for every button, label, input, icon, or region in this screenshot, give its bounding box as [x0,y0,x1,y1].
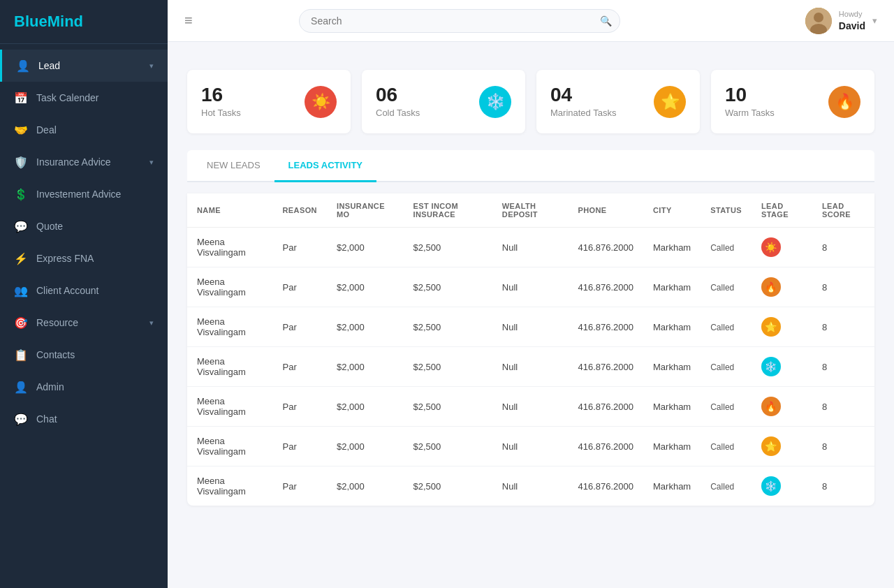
table-row[interactable]: Meena VisvalingamPar$2,000$2,500Null416.… [187,427,874,466]
sidebar-item-deal[interactable]: 🤝 Deal [0,114,168,146]
sidebar-item-lead[interactable]: 👤 Lead ▾ [0,50,168,82]
table-row[interactable]: Meena VisvalingamPar$2,000$2,500Null416.… [187,387,874,427]
user-info: Howdy David [839,9,865,31]
stat-icon-3: 🔥 [828,86,860,118]
cell-name: Meena Visvalingam [187,228,272,267]
col-header-1: REASON [272,193,326,228]
lead-label: Lead [38,60,149,71]
cell-lead-score: 8 [812,427,874,466]
sidebar-item-admin[interactable]: 👤 Admin [0,371,168,403]
stat-label-1: Cold Tasks [376,108,420,118]
cell-city: Markham [643,307,701,347]
menu-icon[interactable]: ≡ [184,13,193,29]
col-header-0: NAME [187,193,272,228]
stat-number-3: 10 [725,85,775,105]
sidebar-item-task-calender[interactable]: 📅 Task Calender [0,82,168,114]
lead-stage-badge: 🔥 [761,397,781,416]
tab-new-leads[interactable]: NEW LEADS [193,150,274,182]
cell-lead-stage: 🔥 [752,267,812,307]
sidebar-item-client-account[interactable]: 👥 Client Account [0,274,168,307]
resource-icon: 🎯 [14,316,28,330]
content-area: 16 Hot Tasks ☀️ 06 Cold Tasks ❄️ 04 Mari… [168,42,894,588]
cell-status: Called [701,427,752,466]
cell-lead-score: 8 [812,267,874,307]
table-row[interactable]: Meena VisvalingamPar$2,000$2,500Null416.… [187,228,874,267]
quote-icon: 💬 [14,219,28,233]
lead-stage-badge: ❄️ [761,476,781,496]
cell-phone: 416.876.2000 [568,228,643,267]
cell-wealth-deposit: Null [492,427,569,466]
cell-lead-score: 8 [812,307,874,347]
col-header-6: CITY [643,193,701,228]
client-account-icon: 👥 [14,284,28,297]
resource-label: Resource [36,317,149,328]
chat-icon: 💬 [14,412,28,426]
table-row[interactable]: Meena VisvalingamPar$2,000$2,500Null416.… [187,307,874,347]
sidebar-item-express-fna[interactable]: ⚡ Express FNA [0,242,168,274]
cell-reason: Par [272,427,326,466]
stat-label-2: Marinated Tasks [550,108,616,118]
leads-table: NAMEREASONINSURANCE MOEST INCOM INSURACE… [187,193,874,506]
cell-phone: 416.876.2000 [568,267,643,307]
cell-name: Meena Visvalingam [187,387,272,427]
cell-est-incom: $2,500 [403,347,492,387]
cell-insurance-mo: $2,000 [327,307,403,347]
logo-text: BlueMind [14,13,83,30]
cell-name: Meena Visvalingam [187,347,272,387]
cell-reason: Par [272,267,326,307]
cell-wealth-deposit: Null [492,307,569,347]
contacts-icon: 📋 [14,348,28,362]
sidebar-item-insurance-advice[interactable]: 🛡️ Insurance Advice ▾ [0,146,168,178]
table-row[interactable]: Meena VisvalingamPar$2,000$2,500Null416.… [187,466,874,506]
tab-leads-activity[interactable]: LEADS ACTIVITY [274,150,376,182]
status-text: Called [710,402,734,412]
tabs-section: NEW LEADSLEADS ACTIVITY NAMEREASONINSURA… [187,150,874,506]
sidebar-item-contacts[interactable]: 📋 Contacts [0,339,168,371]
cell-insurance-mo: $2,000 [327,466,403,506]
cell-city: Markham [643,466,701,506]
admin-label: Admin [36,381,154,392]
insurance-advice-icon: 🛡️ [14,155,28,169]
col-header-7: STATUS [701,193,752,228]
insurance-advice-label: Insurance Advice [36,156,149,168]
status-text: Called [710,243,734,253]
sidebar-item-quote[interactable]: 💬 Quote [0,210,168,242]
col-header-8: LEAD STAGE [752,193,812,228]
cell-reason: Par [272,347,326,387]
cell-phone: 416.876.2000 [568,387,643,427]
cell-lead-stage: ☀️ [752,228,812,267]
lead-stage-badge: ☀️ [761,237,781,257]
cell-name: Meena Visvalingam [187,267,272,307]
lead-chevron: ▾ [149,61,154,71]
sidebar-item-chat[interactable]: 💬 Chat [0,403,168,435]
cell-lead-score: 8 [812,387,874,427]
search-input[interactable] [299,9,620,33]
stat-card-1: 06 Cold Tasks ❄️ [362,70,525,133]
user-menu-chevron[interactable]: ▾ [872,15,877,26]
cell-est-incom: $2,500 [403,427,492,466]
table-row[interactable]: Meena VisvalingamPar$2,000$2,500Null416.… [187,347,874,387]
stat-number-2: 04 [550,85,616,105]
cell-insurance-mo: $2,000 [327,267,403,307]
avatar [805,8,832,34]
cell-phone: 416.876.2000 [568,466,643,506]
cell-status: Called [701,387,752,427]
cell-est-incom: $2,500 [403,307,492,347]
sidebar-item-investment-advice[interactable]: 💲 Investement Advice [0,178,168,210]
cell-wealth-deposit: Null [492,347,569,387]
sidebar-item-resource[interactable]: 🎯 Resource ▾ [0,307,168,339]
stat-label-3: Warm Tasks [725,108,775,118]
stat-card-0: 16 Hot Tasks ☀️ [187,70,351,133]
stat-card-3: 10 Warm Tasks 🔥 [711,70,874,133]
search-icon: 🔍 [600,15,612,27]
cell-wealth-deposit: Null [492,228,569,267]
stat-info-0: 16 Hot Tasks [201,85,241,118]
stat-number-1: 06 [376,85,420,105]
table-row[interactable]: Meena VisvalingamPar$2,000$2,500Null416.… [187,267,874,307]
cell-status: Called [701,228,752,267]
cell-name: Meena Visvalingam [187,466,272,506]
col-header-3: EST INCOM INSURACE [403,193,492,228]
cell-insurance-mo: $2,000 [327,228,403,267]
cell-est-incom: $2,500 [403,387,492,427]
resource-chevron: ▾ [149,318,154,328]
